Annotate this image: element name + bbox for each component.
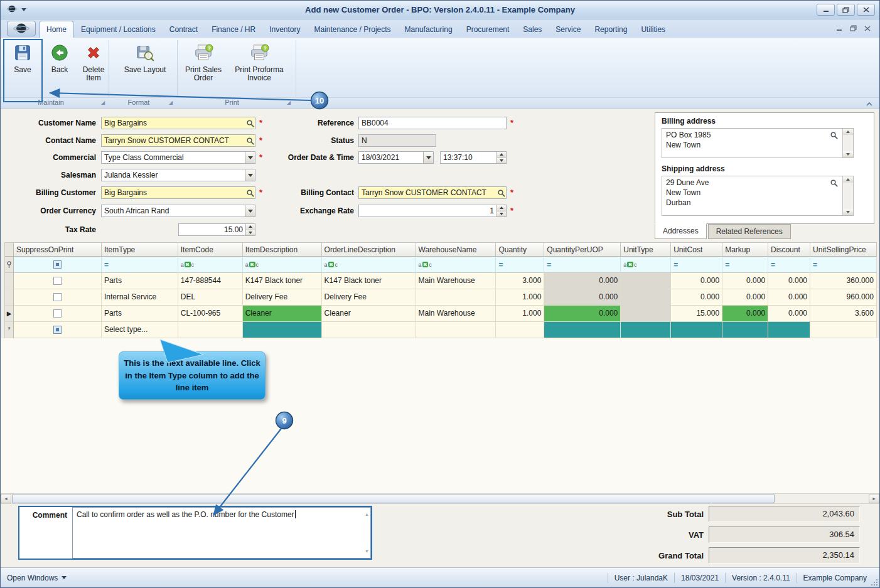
order-currency-dropdown[interactable]: South African Rand	[101, 205, 255, 217]
spin-up-icon[interactable]	[497, 205, 506, 211]
cell-discount[interactable]: 0.000	[768, 289, 810, 306]
billing-contact-input[interactable]: Tarryn Snow CUSTOMER CONTACT	[358, 186, 507, 199]
cell-unitsellingprice[interactable]	[810, 322, 877, 338]
cell-quantityperuop[interactable]	[544, 322, 621, 338]
maximize-button[interactable]	[837, 4, 855, 16]
column-header-discount[interactable]: Discount	[768, 242, 810, 257]
cell-markup[interactable]: 0.000	[722, 306, 768, 322]
filter-itemtype[interactable]: =	[102, 257, 178, 273]
tax-rate-spinner[interactable]: 15.00	[178, 223, 255, 236]
horizontal-scrollbar[interactable]: ◄ ►	[1, 493, 879, 504]
search-icon[interactable]	[830, 179, 838, 189]
spinner-arrows[interactable]	[245, 224, 255, 235]
address-scrollbar[interactable]	[842, 176, 853, 215]
scroll-up-icon[interactable]: ▲	[365, 510, 369, 519]
column-header-markup[interactable]: Markup	[722, 242, 768, 257]
comment-input[interactable]: Call to confirm order as well as the P.O…	[72, 507, 371, 559]
search-icon[interactable]	[245, 117, 255, 129]
commercial-dropdown[interactable]: Type Class Commercial	[101, 151, 255, 164]
cell-markup[interactable]: 0.000	[722, 289, 768, 306]
dialog-launcher-icon[interactable]: ◢	[101, 100, 105, 105]
tab-maintenance-projects[interactable]: Maintenance / Projects	[308, 21, 397, 38]
cell-markup[interactable]: 0.000	[722, 273, 768, 289]
search-icon[interactable]	[245, 135, 255, 146]
scroll-up-icon[interactable]	[843, 129, 853, 135]
filter-suppressonprint[interactable]	[14, 257, 102, 273]
cell-itemcode[interactable]: CL-100-965	[178, 306, 243, 322]
table-row-2[interactable]: Internal ServiceDELDelivery FeeDelivery …	[5, 289, 877, 306]
spin-up-icon[interactable]	[246, 224, 255, 230]
scroll-down-icon[interactable]	[843, 151, 853, 158]
cell-warehousename[interactable]	[416, 322, 496, 338]
table-row-1[interactable]: Parts147-888544K147 Black tonerK147 Blac…	[5, 273, 877, 289]
filter-itemdescription[interactable]: aBc	[243, 257, 322, 273]
chevron-down-icon[interactable]	[245, 205, 255, 216]
cell-itemcode[interactable]	[178, 322, 243, 338]
save-button[interactable]: Save	[4, 41, 41, 99]
scroll-left-icon[interactable]: ◄	[1, 494, 11, 503]
cell-unitcost[interactable]: 0.000	[671, 273, 722, 289]
cell-unitcost[interactable]: 15.000	[671, 306, 722, 322]
cell-orderlinedescription[interactable]: Delivery Fee	[322, 289, 416, 306]
tab-home[interactable]: Home	[40, 21, 73, 38]
cell-markup[interactable]	[722, 322, 768, 338]
print-sales-order-button[interactable]: ? Print Sales Order	[183, 41, 224, 99]
cell-warehousename[interactable]: Main Warehouse	[416, 306, 496, 322]
cell-suppressonprint[interactable]	[14, 306, 102, 322]
cell-itemdescription[interactable]	[243, 322, 322, 338]
dialog-launcher-icon[interactable]: ◢	[169, 100, 173, 105]
tab-inventory[interactable]: Inventory	[263, 21, 306, 38]
column-header-suppressonprint[interactable]: SuppressOnPrint	[14, 242, 102, 257]
filter-discount[interactable]: =	[768, 257, 810, 273]
column-header-quantityperuop[interactable]: QuantityPerUOP	[544, 242, 621, 257]
tab-procurement[interactable]: Procurement	[460, 21, 516, 38]
column-header-itemcode[interactable]: ItemCode	[178, 242, 243, 257]
spin-up-icon[interactable]	[497, 152, 506, 158]
search-icon[interactable]	[245, 187, 255, 198]
cell-warehousename[interactable]: Main Warehouse	[416, 273, 496, 289]
filter-quantityperuop[interactable]: =	[544, 257, 621, 273]
cell-suppressonprint[interactable]	[14, 289, 102, 306]
cell-itemcode[interactable]: 147-888544	[178, 273, 243, 289]
billing-address-box[interactable]: PO Box 1985 New Town	[662, 128, 854, 158]
tab-equipment-locations[interactable]: Equipment / Locations	[75, 21, 162, 38]
cell-suppressonprint[interactable]	[14, 322, 102, 338]
suppress-on-print-checkbox[interactable]	[53, 309, 62, 318]
search-icon[interactable]	[830, 131, 838, 141]
cell-unitsellingprice[interactable]: 960.000	[810, 289, 877, 306]
column-header-unitsellingprice[interactable]: UnitSellingPrice	[810, 242, 877, 257]
filter-itemcode[interactable]: aBc	[178, 257, 243, 273]
tab-service[interactable]: Service	[549, 21, 587, 38]
shipping-address-box[interactable]: 29 Dune Ave New Town Durban	[662, 176, 854, 216]
address-scrollbar[interactable]	[842, 129, 853, 158]
filter-markup[interactable]: =	[722, 257, 768, 273]
cell-quantity[interactable]: 3.000	[496, 273, 544, 289]
contact-name-input[interactable]: Tarryn Snow CUSTOMER CONTACT	[101, 134, 255, 147]
mdi-restore-icon[interactable]	[850, 24, 857, 33]
cell-itemtype[interactable]: Parts	[102, 273, 178, 289]
reference-input[interactable]: BB0004	[358, 117, 507, 129]
scroll-right-icon[interactable]: ►	[869, 494, 879, 503]
cell-discount[interactable]: 0.000	[768, 273, 810, 289]
cell-suppressonprint[interactable]	[14, 273, 102, 289]
order-time-spinner[interactable]: 13:37:10	[440, 151, 507, 164]
chevron-down-icon[interactable]	[245, 152, 255, 163]
cell-discount[interactable]	[768, 322, 810, 338]
column-header-warehousename[interactable]: WarehouseName	[416, 242, 496, 257]
search-icon[interactable]	[496, 187, 506, 198]
suppress-on-print-checkbox[interactable]	[53, 277, 62, 285]
tab-utilities[interactable]: Utilities	[635, 21, 672, 38]
minimize-button[interactable]	[817, 4, 835, 16]
tab-manufacturing[interactable]: Manufacturing	[399, 21, 459, 38]
filter-unitcost[interactable]: =	[671, 257, 722, 273]
cell-unittype[interactable]	[621, 289, 671, 306]
cell-itemcode[interactable]: DEL	[178, 289, 243, 306]
collapse-ribbon-icon[interactable]	[866, 100, 873, 109]
order-date-dropdown[interactable]: 18/03/2021	[358, 151, 434, 164]
filter-orderlinedescription[interactable]: aBc	[322, 257, 416, 273]
tab-sales[interactable]: Sales	[517, 21, 548, 38]
spin-down-icon[interactable]	[246, 230, 255, 236]
cell-itemdescription[interactable]: Cleaner	[243, 306, 322, 322]
scroll-down-icon[interactable]	[843, 209, 853, 215]
cell-itemdescription[interactable]: K147 Black toner	[243, 273, 322, 289]
